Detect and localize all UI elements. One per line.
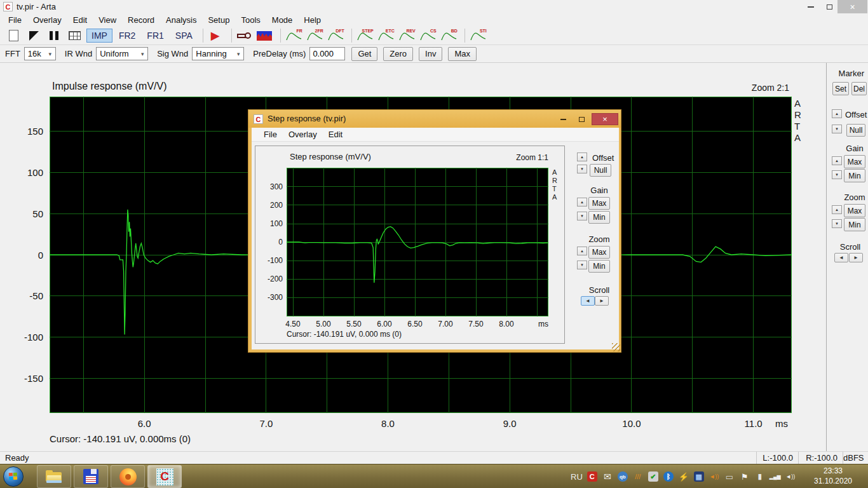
close-button[interactable]: × [837, 0, 867, 13]
menu-item-help[interactable]: Help [298, 14, 327, 27]
offset-up-spinner[interactable]: ▲ [832, 109, 842, 118]
offset-null-button[interactable]: Null [590, 164, 611, 177]
dialog-minimize-button[interactable] [555, 113, 572, 125]
taskbar-save-tool-button[interactable] [74, 465, 108, 488]
remote-display-icon[interactable]: ▭ [724, 464, 735, 488]
offset-null-button[interactable]: Null [846, 124, 865, 137]
gain-max-button[interactable]: Max [844, 155, 865, 168]
taskbar-firefox-button[interactable] [111, 465, 145, 488]
signal-window-select[interactable]: Hanning ▾ [192, 47, 244, 60]
play-button[interactable]: ▶ [207, 27, 224, 44]
dialog-maximize-button[interactable] [573, 113, 590, 125]
gain-up-spinner[interactable]: ▲ [832, 156, 842, 165]
scroll-right-button[interactable]: ► [595, 296, 609, 306]
new-file-button[interactable] [5, 27, 22, 44]
gain-min-button[interactable]: Min [844, 169, 865, 182]
taskbar-arta-button[interactable]: C [147, 465, 182, 488]
menu-item-edit[interactable]: Edit [67, 14, 93, 27]
comodo-icon[interactable]: C [587, 464, 598, 488]
window-overlay-button[interactable] [25, 27, 42, 44]
table-view-button[interactable] [66, 27, 83, 44]
wps-icon[interactable]: /// [632, 464, 644, 488]
action-center-flag-icon[interactable]: ⚑ [739, 464, 750, 488]
get-button[interactable]: Get [351, 47, 377, 61]
fr-icon[interactable]: FR [285, 29, 302, 43]
max-button[interactable]: Max [448, 47, 477, 61]
mail-icon[interactable]: ✉ [602, 464, 613, 488]
zoom-down-spinner[interactable]: ▼ [832, 219, 842, 228]
language-indicator[interactable]: RU [571, 464, 583, 488]
gain-min-button[interactable]: Min [588, 211, 610, 224]
zero-button[interactable]: Zero [383, 47, 413, 61]
dialog-menu-item-file[interactable]: File [258, 128, 283, 141]
offset-down-spinner[interactable]: ▼ [832, 125, 842, 133]
step-icon[interactable]: STEP [356, 29, 374, 43]
display-settings-icon[interactable]: ▦ [693, 464, 705, 488]
step-response-dialog[interactable]: C Step response (tv.pir) × FileOverlayEd… [248, 109, 621, 353]
step-response-plot[interactable] [287, 168, 548, 316]
zoom-up-spinner[interactable]: ▲ [577, 247, 587, 255]
volume-icon[interactable]: ◄)) [785, 464, 796, 488]
ir-window-select[interactable]: Uniform ▾ [96, 47, 148, 60]
rev-icon[interactable]: REV [398, 29, 416, 43]
gain-down-spinner[interactable]: ▼ [832, 170, 842, 179]
qbittorrent-icon[interactable]: qb [617, 464, 628, 488]
bluetooth-icon[interactable]: ᛒ [663, 464, 674, 488]
dialog-close-button[interactable]: × [592, 113, 618, 125]
menu-item-setup[interactable]: Setup [202, 14, 235, 27]
2fr-icon[interactable]: 2FR [306, 29, 323, 43]
gain-max-button[interactable]: Max [588, 197, 610, 210]
mode-button-imp[interactable]: IMP [86, 29, 112, 43]
dialog-menu-item-edit[interactable]: Edit [323, 128, 348, 141]
zoom-min-button[interactable]: Min [588, 260, 610, 273]
inv-button[interactable]: Inv [419, 47, 442, 61]
gain-down-spinner[interactable]: ▼ [577, 212, 587, 220]
menu-item-mode[interactable]: Mode [266, 14, 299, 27]
mode-button-spa[interactable]: SPA [170, 29, 198, 43]
taskbar-clock[interactable]: 23:33 31.10.2020 [802, 466, 864, 486]
zoom-up-spinner[interactable]: ▲ [832, 205, 842, 214]
fft-size-select[interactable]: 16k ▾ [24, 47, 56, 60]
sti-icon[interactable]: STI [469, 29, 487, 43]
menu-item-overlay[interactable]: Overlay [27, 14, 67, 27]
tuner-icon[interactable]: ⚡ [678, 464, 689, 488]
zoom-max-button[interactable]: Max [588, 246, 610, 259]
mode-button-fr1[interactable]: FR1 [142, 29, 168, 43]
marker-set-button[interactable]: Set [832, 82, 849, 95]
scroll-left-button[interactable]: ◄ [581, 296, 595, 306]
cs-icon[interactable]: CS [419, 29, 437, 43]
offset-up-spinner[interactable]: ▲ [577, 152, 587, 161]
gate-button[interactable] [46, 27, 62, 44]
zoom-min-button[interactable]: Min [844, 218, 865, 231]
menu-item-analysis[interactable]: Analysis [160, 14, 202, 27]
spectrum-button[interactable] [256, 27, 273, 44]
resize-grip[interactable] [612, 343, 620, 351]
menu-item-tools[interactable]: Tools [235, 14, 266, 27]
start-button[interactable] [3, 466, 24, 487]
volume-mixer-icon[interactable]: ◄)) [709, 464, 720, 488]
scroll-right-button[interactable]: ► [849, 253, 863, 262]
network-signal-icon[interactable]: ▂▄▆ [770, 464, 781, 488]
marker-del-button[interactable]: Del [851, 82, 867, 95]
battery-icon[interactable]: ▮ [754, 464, 766, 488]
predelay-input[interactable] [309, 47, 345, 60]
antivirus-check-icon[interactable]: ✔ [648, 464, 659, 488]
dialog-menu-item-overlay[interactable]: Overlay [283, 128, 323, 141]
scroll-left-button[interactable]: ◄ [834, 253, 848, 262]
zoom-max-button[interactable]: Max [844, 204, 865, 217]
mode-button-fr2[interactable]: FR2 [114, 29, 140, 43]
dialog-titlebar[interactable]: C Step response (tv.pir) × [248, 110, 621, 128]
main-titlebar[interactable]: C tv.pir - Arta × [0, 0, 868, 14]
bd-icon[interactable]: BD [440, 29, 458, 43]
generator-button[interactable] [236, 27, 252, 44]
zoom-down-spinner[interactable]: ▼ [577, 261, 587, 269]
taskbar-explorer-button[interactable] [37, 465, 71, 488]
etc-icon[interactable]: ETC [377, 29, 395, 43]
menu-item-record[interactable]: Record [122, 14, 160, 27]
gain-up-spinner[interactable]: ▲ [577, 198, 587, 207]
offset-down-spinner[interactable]: ▼ [577, 165, 587, 173]
menu-item-file[interactable]: File [3, 14, 27, 27]
minimize-button[interactable] [802, 0, 820, 13]
dft-icon[interactable]: DFT [327, 29, 344, 43]
restore-button[interactable] [820, 0, 838, 13]
